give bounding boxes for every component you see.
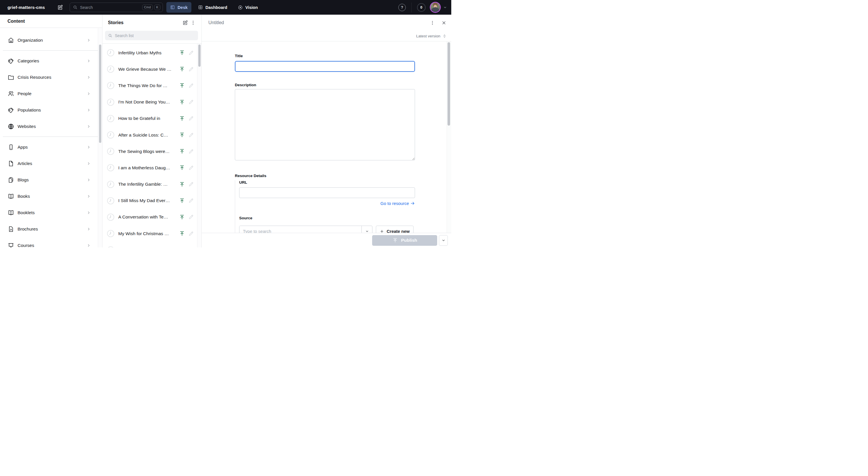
sidebar-scrollbar-track: [98, 28, 102, 247]
source-reference-combo: [239, 226, 372, 233]
chevron-down-icon: [441, 238, 446, 243]
source-search-input[interactable]: [240, 226, 362, 233]
new-document-button[interactable]: [57, 4, 63, 11]
stories-scrollbar-track: [197, 44, 202, 247]
sidebar-item-websites[interactable]: Websites: [0, 118, 102, 135]
tab-desk-label: Desk: [178, 5, 188, 10]
source-dropdown-button[interactable]: [362, 226, 372, 233]
clock-icon: [106, 65, 115, 73]
story-list-item[interactable]: After a Suicide Loss: C…: [102, 127, 202, 143]
sidebar-item-label: Populations: [18, 107, 87, 113]
clock-icon: [106, 147, 115, 156]
sidebar-item-people[interactable]: People: [0, 86, 102, 102]
published-status-icon: [179, 50, 185, 56]
story-list-item[interactable]: The Things We Do for …: [102, 77, 202, 94]
go-to-resource-link[interactable]: Go to resource: [380, 201, 415, 206]
draft-edit-icon: [188, 148, 194, 155]
tasks-count-badge[interactable]: 0: [417, 3, 426, 12]
url-input[interactable]: [239, 188, 415, 198]
document-footer: Publish: [202, 233, 451, 247]
story-list-item[interactable]: The Sewing Blogs were…: [102, 143, 202, 160]
story-list-item[interactable]: My Wish for Christmas …: [102, 225, 202, 242]
stories-search: [105, 31, 198, 40]
story-list-item-partial[interactable]: [102, 242, 202, 247]
version-selector[interactable]: Latest version: [416, 34, 447, 38]
story-title: How to be Grateful in: [118, 116, 177, 121]
shortcut-k-badge: K: [154, 5, 160, 10]
go-to-resource-label: Go to resource: [380, 201, 409, 206]
description-textarea[interactable]: [235, 89, 415, 160]
document-pdf-icon: [7, 226, 14, 233]
sidebar-item-apps[interactable]: Apps: [0, 139, 102, 155]
story-list-item[interactable]: I Still Miss My Dad Ever…: [102, 193, 202, 209]
url-field-label: URL: [239, 180, 415, 185]
story-list-item[interactable]: A Conversation with Te…: [102, 209, 202, 225]
create-story-button[interactable]: [181, 19, 189, 27]
story-title: I Still Miss My Dad Ever…: [118, 198, 177, 203]
global-search-input[interactable]: [80, 5, 141, 10]
publish-button[interactable]: Publish: [372, 235, 437, 246]
tab-dashboard-label: Dashboard: [206, 5, 227, 10]
content-sidebar: Content Organization: [0, 15, 102, 247]
source-row: Create new: [239, 226, 415, 233]
document-scrollbar-thumb[interactable]: [447, 42, 450, 126]
document-pane: Untitled: [202, 15, 451, 247]
tab-vision-label: Vision: [246, 5, 258, 10]
draft-edit-icon: [188, 181, 194, 187]
story-list-item[interactable]: I'm Not Done Being You…: [102, 94, 202, 110]
user-menu-chevron-down-icon[interactable]: [443, 5, 447, 9]
sidebar-item-categories[interactable]: Categories: [0, 53, 102, 69]
documents-icon: [7, 176, 14, 183]
story-list-item[interactable]: I am a Motherless Daug…: [102, 160, 202, 176]
sidebar-item-articles[interactable]: Articles: [0, 155, 102, 172]
publish-options-button[interactable]: [439, 235, 448, 246]
story-list-item[interactable]: The Infertility Gamble: …: [102, 176, 202, 193]
search-icon: [108, 33, 113, 38]
resource-details-label: Resource Details: [235, 174, 415, 178]
create-new-button[interactable]: Create new: [376, 226, 413, 233]
sidebar-scrollbar-thumb[interactable]: [99, 44, 101, 143]
chevron-right-icon: [87, 243, 91, 247]
document-form: Title Description Resource Details URL G…: [235, 41, 415, 233]
tab-vision[interactable]: Vision: [234, 2, 261, 13]
stories-search-input[interactable]: [115, 33, 195, 38]
stories-scrollbar-thumb[interactable]: [198, 44, 200, 67]
title-input[interactable]: [235, 61, 415, 72]
close-document-button[interactable]: [440, 19, 448, 27]
sidebar-item-courses[interactable]: Courses: [0, 237, 102, 247]
draft-edit-icon: [188, 214, 194, 220]
stories-menu-button[interactable]: [189, 19, 197, 27]
workspace-title[interactable]: grief-matters-cms: [7, 5, 45, 10]
presentation-icon: [7, 242, 14, 248]
title-field-label: Title: [235, 54, 415, 58]
document-menu-button[interactable]: [429, 19, 436, 27]
desk-panes-icon: [170, 5, 175, 10]
clock-icon: [106, 197, 115, 205]
book-icon: [7, 193, 14, 200]
published-status-icon: [179, 181, 185, 188]
published-status-icon: [179, 132, 185, 138]
clock-icon: [106, 180, 115, 189]
sidebar-header: Content: [0, 15, 102, 28]
sidebar-item-crisis-resources[interactable]: Crisis Resources: [0, 69, 102, 86]
tab-desk[interactable]: Desk: [166, 2, 191, 13]
sidebar-item-label: Booklets: [18, 210, 87, 215]
tag-icon: [7, 58, 14, 64]
sidebar-item-blogs[interactable]: Blogs: [0, 172, 102, 188]
tab-dashboard[interactable]: Dashboard: [194, 2, 231, 13]
resource-details-fieldset: URL Go to resource Source: [235, 180, 415, 233]
sidebar-item-populations[interactable]: Populations: [0, 102, 102, 118]
sidebar-item-booklets[interactable]: Booklets: [0, 204, 102, 221]
published-status-icon: [179, 66, 185, 72]
sidebar-item-books[interactable]: Books: [0, 188, 102, 204]
sidebar-item-brochures[interactable]: Brochures: [0, 221, 102, 237]
sidebar-item-organization[interactable]: Organization: [0, 32, 102, 48]
avatar[interactable]: [431, 3, 440, 12]
story-list-item[interactable]: How to be Grateful in: [102, 110, 202, 127]
published-status-icon: [179, 198, 185, 204]
document-title: Untitled: [208, 20, 425, 25]
story-list-item[interactable]: We Grieve Because We …: [102, 61, 202, 77]
published-status-icon: [179, 165, 185, 171]
help-button[interactable]: ?: [398, 4, 406, 11]
story-list-item[interactable]: Infertility Urban Myths: [102, 44, 202, 61]
